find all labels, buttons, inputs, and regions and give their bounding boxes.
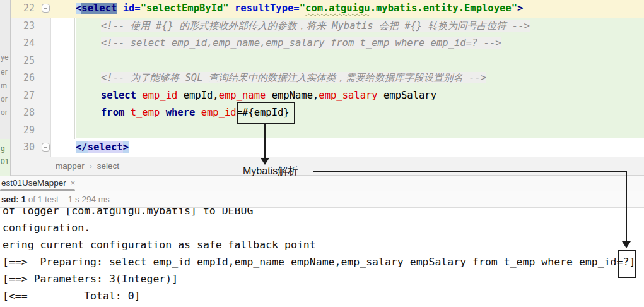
code-token: emp_id <box>142 90 177 101</box>
code-token: select <box>88 141 123 153</box>
editor-pane[interactable]: 222324252627282930 <select id="selectEmp… <box>11 0 644 157</box>
code-token: resultType <box>235 3 293 14</box>
test-status-detail: of 1 test – 1 s 294 ms <box>26 195 110 204</box>
code-token: emp_salary <box>319 90 377 101</box>
code-token: <!-- 使用 #{} 的形式接收外部传入的参数，将来 Mybatis 会把 #… <box>101 20 530 32</box>
code-token: " <box>300 3 305 14</box>
code-token: #{empId} <box>242 107 290 118</box>
code-token: "selectEmpById" <box>141 3 229 14</box>
code-token: = <box>293 3 299 14</box>
code-token: select <box>81 3 117 14</box>
code-token: > <box>123 141 129 153</box>
code-line-27[interactable]: select emp_id empId,emp_name empName,emp… <box>52 87 644 105</box>
fold-marker-icon[interactable] <box>42 4 50 13</box>
code-token: empName, <box>266 90 319 101</box>
code-token: = <box>237 107 242 118</box>
console-output[interactable]: of logger [com.atguigu.mybatis] to DEBUG… <box>0 208 644 307</box>
ide-window: yeermororg01 222324252627282930 <select … <box>0 0 644 307</box>
project-panel-clipped: yeermororg01 <box>0 0 11 176</box>
code-line-26[interactable]: <!-- 为了能够将 SQL 查询结果中的数据注入实体类，需要给数据库字段设置别… <box>52 69 644 87</box>
line-number-29: 29 <box>11 122 35 140</box>
code-token <box>160 107 165 118</box>
console-line: of logger [com.atguigu.mybatis] to DEBUG <box>0 208 644 219</box>
console-line: configuration. <box>0 219 644 236</box>
clipped-tree-text: 01 <box>1 157 9 166</box>
breadcrumb-separator-icon: › <box>85 162 97 171</box>
code-line-28[interactable]: from t_emp where emp_id=#{empId} <box>52 104 644 122</box>
breadcrumb: mapper›select <box>11 157 644 176</box>
code-line-30[interactable]: </select> <box>52 139 644 157</box>
code-token <box>195 107 201 118</box>
code-line-25[interactable] <box>52 52 644 70</box>
code-token: > <box>517 3 523 14</box>
code-token: = <box>134 3 140 14</box>
code-token <box>117 3 122 14</box>
code-line-24[interactable]: <!-- select emp_id,emp_name,emp_salary f… <box>52 35 644 52</box>
console-line: ering current configuration as safe fall… <box>0 236 644 253</box>
code-line-23[interactable]: <!-- 使用 #{} 的形式接收外部传入的参数，将来 Mybatis 会把 #… <box>52 18 644 35</box>
run-tab-bar: est01UseMapper× <box>0 176 644 191</box>
line-number-28: 28 <box>11 104 35 122</box>
code-line-22[interactable]: <select id="selectEmpById" resultType="c… <box>52 0 644 18</box>
code-line-29[interactable] <box>52 122 644 140</box>
code-token <box>124 107 130 118</box>
code-token: empId, <box>177 90 218 101</box>
code-token: emp_id <box>201 107 237 118</box>
line-number-24: 24 <box>11 35 35 52</box>
line-number-25: 25 <box>11 52 35 70</box>
test-passed-count: sed: 1 <box>1 195 26 204</box>
code-token: where <box>166 107 196 118</box>
clipped-tree-text: m <box>1 81 7 90</box>
close-icon[interactable]: × <box>66 178 76 188</box>
fold-marker-icon[interactable] <box>42 143 50 152</box>
code-token: select <box>101 90 136 101</box>
code-token: </ <box>76 141 88 153</box>
test-status-bar: sed: 1 of 1 test – 1 s 294 ms <box>0 191 644 208</box>
run-tab-label: est01UseMapper <box>1 178 66 188</box>
clipped-tree-text: or <box>1 95 8 104</box>
line-number-30: 30 <box>11 139 35 157</box>
code-token: <!-- select emp_id,emp_name,emp_salary f… <box>101 37 501 49</box>
breadcrumb-item-select[interactable]: select <box>97 161 119 171</box>
code-token: com.atguigu <box>305 3 370 14</box>
code-token: empSalary <box>378 90 436 101</box>
code-token: t_emp <box>131 107 160 118</box>
console-line: [==> Preparing: select emp_id empId,emp_… <box>0 253 644 270</box>
line-number-22: 22 <box>11 0 35 18</box>
active-tab-underline <box>0 189 75 191</box>
code-token: emp_name <box>219 90 266 101</box>
clipped-tree-text: or <box>1 108 8 117</box>
line-number-23: 23 <box>11 18 35 35</box>
clipped-tree-text: g <box>1 144 5 153</box>
code-token: <!-- 为了能够将 SQL 查询结果中的数据注入实体类，需要给数据库字段设置别… <box>101 72 486 83</box>
console-line: [<== Total: 0] <box>0 287 644 304</box>
line-number-27: 27 <box>11 87 35 105</box>
breadcrumb-item-mapper[interactable]: mapper <box>56 161 85 171</box>
code-token: .mybatis.entity.Employee" <box>370 3 517 14</box>
code-token: < <box>76 3 81 14</box>
clipped-tree-text: er <box>1 68 8 76</box>
clipped-tree-text: ye <box>1 53 9 62</box>
console-line: [==> Parameters: 3(Integer)] <box>0 270 644 287</box>
code-token: from <box>101 107 124 118</box>
line-number-26: 26 <box>11 69 35 87</box>
code-token <box>229 3 235 14</box>
code-token: id <box>123 3 135 14</box>
code-token <box>136 90 142 101</box>
